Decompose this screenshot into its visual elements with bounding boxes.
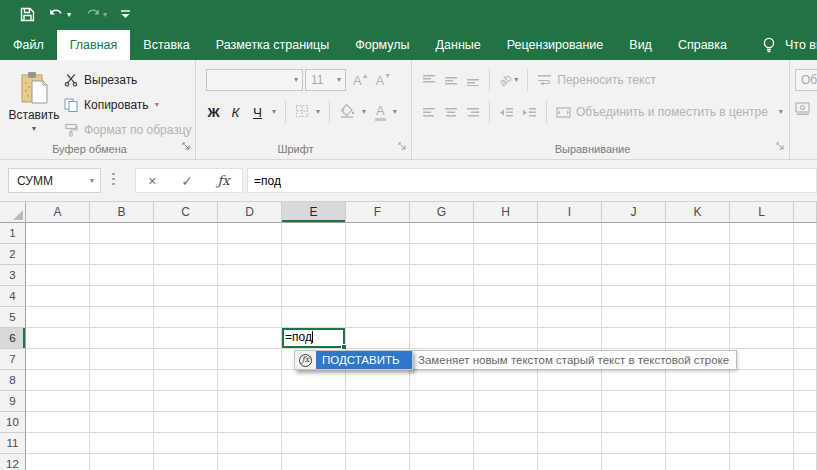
cell-A2[interactable] (26, 244, 90, 265)
formula-bar-grip[interactable] (112, 173, 115, 188)
cell-G2[interactable] (410, 244, 474, 265)
cell-C7[interactable] (154, 349, 218, 370)
cell-K12[interactable] (666, 454, 730, 470)
cell-K1[interactable] (666, 223, 730, 244)
cell-E5[interactable] (282, 307, 346, 328)
tab-Главная[interactable]: Главная (57, 30, 131, 60)
cell-F6[interactable] (346, 328, 410, 349)
cell-K4[interactable] (666, 286, 730, 307)
enter-button[interactable]: ✓ (181, 174, 193, 188)
alignment-dialog-launcher[interactable] (776, 140, 785, 154)
row-header-7[interactable]: 7 (0, 349, 26, 370)
cell-K6[interactable] (666, 328, 730, 349)
cell-J2[interactable] (602, 244, 666, 265)
cell-F10[interactable] (346, 412, 410, 433)
cell-K8[interactable] (666, 370, 730, 391)
cell-K3[interactable] (666, 265, 730, 286)
undo-button[interactable]: ▾ (48, 8, 71, 22)
cell-partial-9[interactable] (794, 391, 817, 412)
active-cell-E6[interactable]: =под (282, 328, 346, 349)
copy-button[interactable]: Копировать ▾ (64, 94, 192, 115)
cell-C10[interactable] (154, 412, 218, 433)
cell-H10[interactable] (474, 412, 538, 433)
name-box[interactable]: СУММ ▾ (8, 168, 101, 193)
cell-J8[interactable] (602, 370, 666, 391)
row-header-8[interactable]: 8 (0, 370, 26, 391)
cell-B7[interactable] (90, 349, 154, 370)
cut-button[interactable]: Вырезать (64, 69, 192, 90)
cell-A7[interactable] (26, 349, 90, 370)
cell-G8[interactable] (410, 370, 474, 391)
cell-C1[interactable] (154, 223, 218, 244)
cell-J3[interactable] (602, 265, 666, 286)
cell-L10[interactable] (730, 412, 794, 433)
tell-me[interactable]: Что вы хо (762, 30, 817, 60)
cell-F5[interactable] (346, 307, 410, 328)
cell-A6[interactable] (26, 328, 90, 349)
cell-E11[interactable] (282, 433, 346, 454)
cell-C5[interactable] (154, 307, 218, 328)
cell-partial-10[interactable] (794, 412, 817, 433)
cell-I6[interactable] (538, 328, 602, 349)
cell-I8[interactable] (538, 370, 602, 391)
cell-I4[interactable] (538, 286, 602, 307)
select-all-corner[interactable] (0, 202, 26, 223)
cell-J10[interactable] (602, 412, 666, 433)
cell-E3[interactable] (282, 265, 346, 286)
tab-Файл[interactable]: Файл (0, 30, 57, 60)
tab-Данные[interactable]: Данные (423, 30, 494, 60)
cell-L6[interactable] (730, 328, 794, 349)
column-header-B[interactable]: B (90, 202, 154, 223)
cell-L3[interactable] (730, 265, 794, 286)
cell-B6[interactable] (90, 328, 154, 349)
column-header-C[interactable]: C (154, 202, 218, 223)
row-header-4[interactable]: 4 (0, 286, 26, 307)
cell-I10[interactable] (538, 412, 602, 433)
row-header-5[interactable]: 5 (0, 307, 26, 328)
cell-J4[interactable] (602, 286, 666, 307)
cell-K5[interactable] (666, 307, 730, 328)
column-header-L[interactable]: L (730, 202, 794, 223)
bold-button[interactable]: Ж (206, 105, 221, 120)
cell-partial-2[interactable] (794, 244, 817, 265)
row-header-9[interactable]: 9 (0, 391, 26, 412)
cell-partial-1[interactable] (794, 223, 817, 244)
column-header-E[interactable]: E (282, 202, 346, 223)
cell-G3[interactable] (410, 265, 474, 286)
cell-I5[interactable] (538, 307, 602, 328)
cell-partial-5[interactable] (794, 307, 817, 328)
cell-H6[interactable] (474, 328, 538, 349)
cell-K2[interactable] (666, 244, 730, 265)
cell-H2[interactable] (474, 244, 538, 265)
cell-A4[interactable] (26, 286, 90, 307)
cell-F8[interactable] (346, 370, 410, 391)
cell-B8[interactable] (90, 370, 154, 391)
cell-C11[interactable] (154, 433, 218, 454)
cell-C12[interactable] (154, 454, 218, 470)
cell-B9[interactable] (90, 391, 154, 412)
cell-J5[interactable] (602, 307, 666, 328)
cell-A11[interactable] (26, 433, 90, 454)
cell-G9[interactable] (410, 391, 474, 412)
cell-K9[interactable] (666, 391, 730, 412)
tab-Рецензирование[interactable]: Рецензирование (494, 30, 617, 60)
formula-input[interactable]: =под (247, 168, 817, 193)
cell-H1[interactable] (474, 223, 538, 244)
column-header-partial[interactable] (794, 202, 817, 223)
font-dialog-launcher[interactable] (398, 140, 407, 154)
cell-L11[interactable] (730, 433, 794, 454)
insert-function-button[interactable]: ƒx (218, 174, 230, 188)
cell-C4[interactable] (154, 286, 218, 307)
cell-D3[interactable] (218, 265, 282, 286)
cell-H8[interactable] (474, 370, 538, 391)
cell-F3[interactable] (346, 265, 410, 286)
cell-H9[interactable] (474, 391, 538, 412)
cell-L9[interactable] (730, 391, 794, 412)
column-header-I[interactable]: I (538, 202, 602, 223)
autocomplete-item-selected[interactable]: ПОДСТАВИТЬ (316, 351, 412, 369)
cell-F1[interactable] (346, 223, 410, 244)
clipboard-dialog-launcher[interactable] (182, 140, 191, 154)
cell-E9[interactable] (282, 391, 346, 412)
cell-E2[interactable] (282, 244, 346, 265)
cell-F11[interactable] (346, 433, 410, 454)
